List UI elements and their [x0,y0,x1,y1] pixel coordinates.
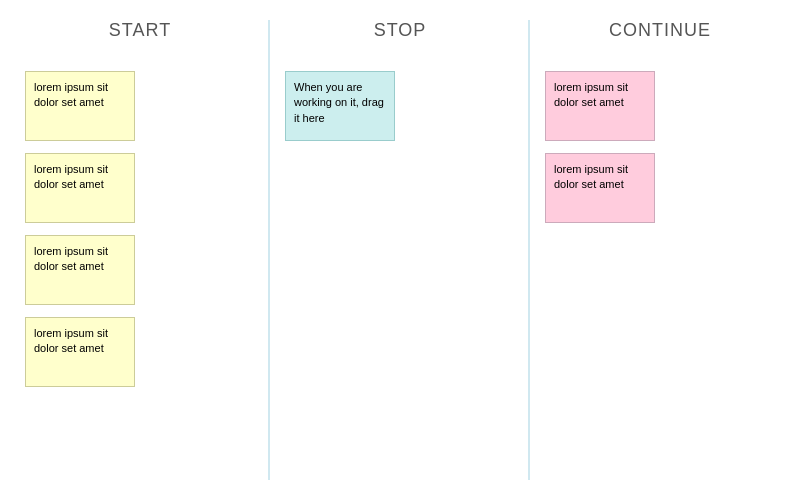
card-s1-text: lorem ipsum sit dolor set amet [34,81,108,108]
card-s4-text: lorem ipsum sit dolor set amet [34,327,108,354]
stop-cards-container: When you are working on it, drag it here [285,71,515,141]
card-c1[interactable]: lorem ipsum sit dolor set amet [545,71,655,141]
card-s3-text: lorem ipsum sit dolor set amet [34,245,108,272]
card-c2-text: lorem ipsum sit dolor set amet [554,163,628,190]
continue-cards-container: lorem ipsum sit dolor set amet lorem ips… [545,71,775,223]
card-t1[interactable]: When you are working on it, drag it here [285,71,395,141]
card-s3[interactable]: lorem ipsum sit dolor set amet [25,235,135,305]
column-continue: CONTINUE lorem ipsum sit dolor set amet … [530,20,790,480]
column-continue-header: CONTINUE [545,20,775,41]
column-start-header: START [25,20,255,41]
card-s2[interactable]: lorem ipsum sit dolor set amet [25,153,135,223]
column-start: START lorem ipsum sit dolor set amet lor… [10,20,270,480]
kanban-board: START lorem ipsum sit dolor set amet lor… [0,0,800,500]
start-cards-container: lorem ipsum sit dolor set amet lorem ips… [25,71,255,387]
card-c2[interactable]: lorem ipsum sit dolor set amet [545,153,655,223]
card-c1-text: lorem ipsum sit dolor set amet [554,81,628,108]
card-s4[interactable]: lorem ipsum sit dolor set amet [25,317,135,387]
card-s2-text: lorem ipsum sit dolor set amet [34,163,108,190]
column-stop: STOP When you are working on it, drag it… [270,20,530,480]
card-t1-text: When you are working on it, drag it here [294,81,384,124]
card-s1[interactable]: lorem ipsum sit dolor set amet [25,71,135,141]
column-stop-header: STOP [285,20,515,41]
